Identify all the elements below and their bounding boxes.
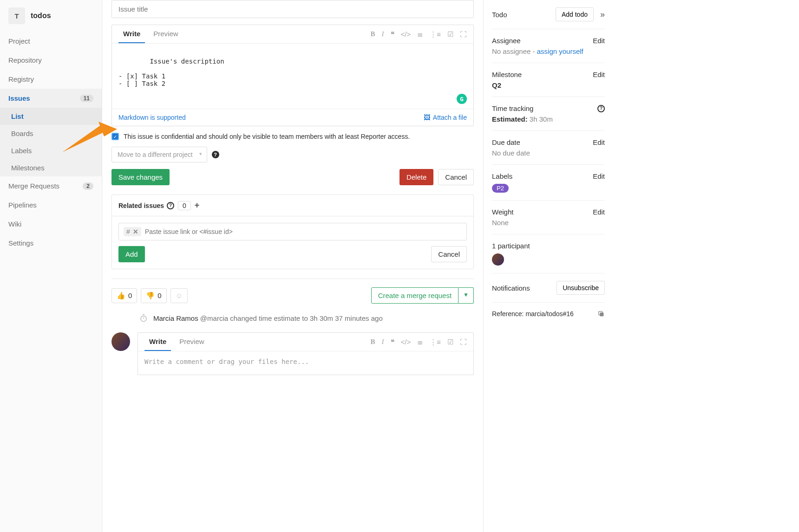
thumbs-up-button[interactable]: 👍0 — [111, 288, 137, 303]
reference-value: marcia/todos#16 — [525, 310, 574, 318]
thumbs-up-icon: 👍 — [117, 292, 125, 300]
issue-title-input[interactable] — [111, 0, 474, 18]
time-tracking-help-icon[interactable]: ? — [597, 105, 605, 112]
add-reaction-button[interactable]: ☺ — [170, 288, 188, 303]
assignee-value: No assignee - — [492, 47, 535, 55]
grammarly-icon[interactable]: G — [457, 94, 467, 104]
assign-yourself-link[interactable]: assign yourself — [537, 47, 583, 55]
delete-button[interactable]: Delete — [400, 169, 433, 185]
tasklist-icon[interactable]: ☑ — [447, 338, 453, 346]
ol-icon[interactable]: ⋮≡ — [430, 30, 441, 39]
cancel-related-button[interactable]: Cancel — [431, 246, 467, 262]
time-tracking-label: Time tracking — [492, 104, 533, 112]
mr-count-badge: 2 — [83, 182, 93, 190]
labels-edit[interactable]: Edit — [593, 172, 605, 180]
cancel-button[interactable]: Cancel — [438, 169, 474, 185]
fullscreen-icon[interactable]: ⛶ — [460, 338, 467, 346]
fullscreen-icon[interactable]: ⛶ — [460, 30, 467, 39]
issues-count-badge: 11 — [80, 95, 93, 102]
code-icon[interactable]: </> — [401, 30, 411, 39]
quote-icon[interactable]: ❝ — [391, 338, 394, 346]
quote-icon[interactable]: ❝ — [391, 30, 394, 39]
notifications-label: Notifications — [492, 284, 530, 292]
bold-icon[interactable]: B — [371, 338, 375, 346]
due-date-edit[interactable]: Edit — [593, 138, 605, 146]
remove-chip-icon[interactable]: ✕ — [133, 228, 138, 235]
svg-marker-0 — [62, 124, 106, 152]
issue-hash-chip[interactable]: # ✕ — [124, 227, 141, 236]
markdown-help-link[interactable]: Markdown is supported — [118, 114, 186, 121]
reference-label: Reference: — [492, 310, 524, 318]
editor-toolbar: B I ❝ </> ≣ ⋮≡ ☑ ⛶ — [371, 30, 467, 39]
assignee-label: Assignee — [492, 37, 521, 45]
create-mr-button[interactable]: Create a merge request — [371, 287, 458, 304]
milestone-edit[interactable]: Edit — [593, 71, 605, 78]
italic-icon[interactable]: I — [382, 30, 384, 39]
attach-file-link[interactable]: 🖼 Attach a file — [424, 114, 467, 121]
activity-author[interactable]: Marcia Ramos — [153, 314, 198, 322]
weight-edit[interactable]: Edit — [593, 208, 605, 216]
label-p2[interactable]: P2 — [492, 184, 509, 193]
thumbs-down-button[interactable]: 👎0 — [141, 288, 166, 303]
comment-tab-preview[interactable]: Preview — [175, 333, 209, 351]
unsubscribe-button[interactable]: Unsubscribe — [557, 281, 605, 295]
collapse-sidebar-icon[interactable]: » — [600, 10, 605, 19]
comment-tab-write[interactable]: Write — [144, 333, 171, 351]
main-content: Write Preview B I ❝ </> ≣ ⋮≡ ☑ ⛶ Issue's… — [102, 0, 483, 532]
related-count: 0 — [178, 201, 191, 210]
divider — [111, 279, 474, 279]
nav-project[interactable]: Project — [0, 32, 102, 51]
nav-registry[interactable]: Registry — [0, 70, 102, 89]
comment-editor: Write Preview B I ❝ </> ≣ ⋮≡ ☑ ⛶ Write a… — [138, 332, 474, 375]
move-help-icon[interactable]: ? — [212, 151, 219, 158]
weight-label: Weight — [492, 208, 513, 216]
nav-merge-requests[interactable]: Merge Requests 2 — [0, 176, 102, 195]
participants-label: 1 participant — [492, 242, 605, 250]
related-issue-input[interactable] — [145, 228, 462, 235]
comment-textarea[interactable]: Write a comment or drag your files here.… — [138, 351, 473, 375]
tab-write[interactable]: Write — [118, 25, 145, 43]
project-name: todos — [31, 12, 51, 20]
assignee-edit[interactable]: Edit — [593, 37, 605, 45]
nav-pipelines[interactable]: Pipelines — [0, 195, 102, 214]
code-icon[interactable]: </> — [401, 338, 411, 346]
milestone-value: Q2 — [492, 81, 605, 89]
add-related-button[interactable]: Add — [118, 246, 145, 262]
nav-wiki[interactable]: Wiki — [0, 214, 102, 234]
bold-icon[interactable]: B — [371, 30, 375, 39]
image-icon: 🖼 — [424, 114, 430, 121]
add-related-icon[interactable]: + — [195, 201, 200, 210]
move-project-select[interactable]: Move to a different project — [111, 147, 207, 162]
smiley-icon: ☺ — [176, 292, 183, 299]
estimated-value: 3h 30m — [530, 115, 553, 123]
nav-issues[interactable]: Issues 11 — [0, 89, 102, 108]
related-issues-panel: Related issues ? 0 + # ✕ Add Cancel — [111, 195, 474, 269]
italic-icon[interactable]: I — [382, 338, 384, 346]
project-avatar: T — [8, 7, 25, 24]
tab-preview[interactable]: Preview — [149, 25, 183, 43]
ol-icon[interactable]: ⋮≡ — [430, 338, 441, 346]
save-button[interactable]: Save changes — [111, 169, 170, 185]
activity-entry: Marcia Ramos @marcia changed time estima… — [139, 314, 474, 322]
related-help-icon[interactable]: ? — [167, 202, 174, 209]
description-editor: Write Preview B I ❝ </> ≣ ⋮≡ ☑ ⛶ Issue's… — [111, 25, 474, 126]
nav-settings[interactable]: Settings — [0, 234, 102, 253]
related-issues-title: Related issues — [118, 202, 164, 209]
current-user-avatar[interactable] — [111, 332, 130, 351]
tasklist-icon[interactable]: ☑ — [447, 30, 453, 39]
nav-repository[interactable]: Repository — [0, 51, 102, 70]
description-textarea[interactable]: Issue's description - [x] Task 1 - [ ] T… — [112, 44, 473, 109]
copy-reference-icon[interactable] — [597, 310, 605, 318]
ul-icon[interactable]: ≣ — [417, 338, 423, 346]
participant-avatar[interactable] — [492, 253, 504, 266]
due-date-label: Due date — [492, 138, 520, 146]
add-todo-button[interactable]: Add todo — [556, 7, 594, 21]
activity-text: changed time estimate to 3h 30m 37 minut… — [230, 314, 383, 322]
svg-marker-1 — [98, 122, 117, 136]
stopwatch-icon — [139, 314, 148, 322]
ul-icon[interactable]: ≣ — [417, 30, 423, 39]
project-header[interactable]: T todos — [0, 0, 102, 32]
weight-value: None — [492, 219, 605, 227]
create-mr-dropdown[interactable]: ▼ — [458, 287, 474, 304]
subnav-milestones[interactable]: Milestones — [0, 159, 102, 176]
